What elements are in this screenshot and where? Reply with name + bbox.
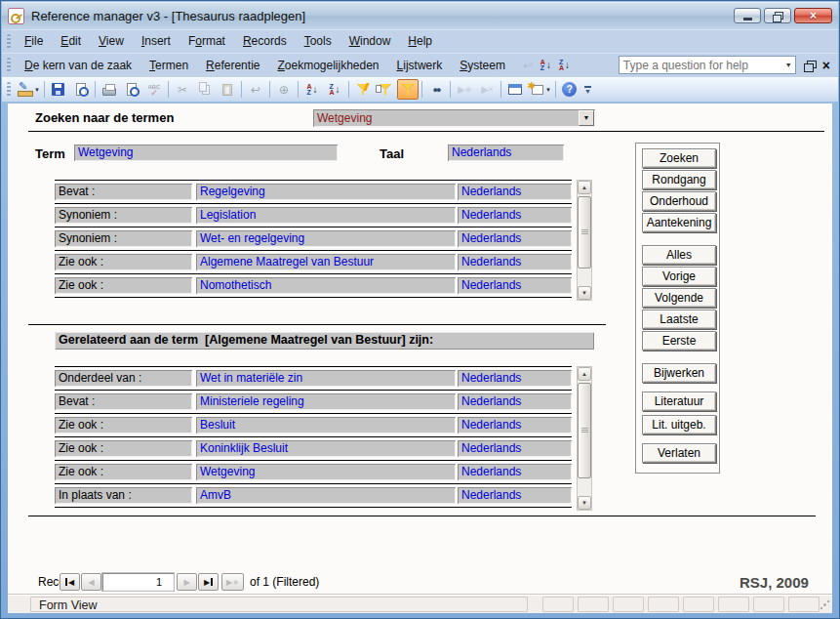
menu-item[interactable]: Format <box>180 30 234 52</box>
menu-item[interactable]: Tools <box>296 30 340 52</box>
language-field[interactable]: Nederlands <box>458 184 572 200</box>
sort-descending-icon[interactable]: ZA ↓ <box>559 60 570 71</box>
relation-type-field[interactable]: Zie ook : <box>55 254 192 270</box>
language-field[interactable]: Nederlands <box>458 464 572 480</box>
toolbar-drag-handle[interactable] <box>7 82 11 97</box>
relation-type-field[interactable]: Zie ook : <box>55 277 192 294</box>
close-button[interactable]: × <box>794 8 832 23</box>
language-field[interactable]: Nederlands <box>458 487 572 504</box>
menu-item[interactable]: Edit <box>52 30 90 52</box>
relation-type-field[interactable]: In plaats van : <box>55 487 192 504</box>
button-bijwerken[interactable]: Bijwerken <box>642 363 716 383</box>
new-object-button[interactable]: ∗ ▼ <box>527 79 552 100</box>
language-field[interactable]: Nederlands <box>458 277 572 294</box>
button-verlaten[interactable]: Verlaten <box>642 443 716 463</box>
last-record-button[interactable]: ▶ <box>198 573 219 591</box>
scroll-up-button[interactable]: ▲ <box>578 367 591 381</box>
term-search-combobox[interactable]: Wetgeving ▼ <box>313 109 595 127</box>
related-term-field[interactable]: Ministeriele regeling <box>196 393 456 410</box>
file-search-button[interactable] <box>70 79 92 100</box>
language-field[interactable]: Nederlands <box>458 417 572 433</box>
print-preview-button[interactable] <box>121 79 142 100</box>
design-view-button[interactable]: ✎ ▼ <box>17 79 41 100</box>
mdi-close-button[interactable]: × <box>822 61 830 70</box>
filter-by-form-button[interactable] <box>375 79 396 100</box>
print-button[interactable] <box>99 79 120 100</box>
help-button[interactable]: ? <box>559 79 580 100</box>
minimize-button[interactable] <box>734 8 761 23</box>
toolbar-options-button[interactable]: ▼ <box>584 86 591 94</box>
current-record-input[interactable] <box>102 573 174 591</box>
toolbar-drag-handle[interactable] <box>7 58 11 72</box>
relation-type-field[interactable]: Synoniem : <box>55 230 192 247</box>
filter-by-selection-button[interactable] <box>352 79 374 100</box>
menu-item[interactable]: Zoekmogelijkheden <box>268 55 387 76</box>
button-laatste[interactable]: Laatste <box>642 310 716 329</box>
relation-type-field[interactable]: Zie ook : <box>55 417 192 433</box>
relation-type-field[interactable]: Zie ook : <box>55 440 192 457</box>
language-field[interactable]: Nederlands <box>458 370 572 387</box>
menu-item[interactable]: Termen <box>140 55 197 76</box>
button-zoeken[interactable]: Zoeken <box>642 148 716 168</box>
help-search-input[interactable] <box>620 58 782 72</box>
menu-item[interactable]: Help <box>399 30 441 52</box>
database-window-button[interactable] <box>504 79 526 100</box>
button-alles[interactable]: Alles <box>642 245 716 265</box>
related-term-field[interactable]: Nomothetisch <box>196 277 456 294</box>
menu-item[interactable]: Systeem <box>451 55 514 76</box>
language-field[interactable]: Nederlands <box>458 230 572 247</box>
relation-type-field[interactable]: Synoniem : <box>55 207 192 224</box>
relation-type-field[interactable]: Zie ook : <box>55 464 192 480</box>
menu-item[interactable]: Referentie <box>197 55 268 76</box>
language-field[interactable]: Nederlands <box>458 440 572 457</box>
menu-item[interactable]: Insert <box>133 30 180 52</box>
relation-type-field[interactable]: Onderdeel van : <box>55 370 192 387</box>
related-term-field[interactable]: Wet- en regelgeving <box>196 230 456 247</box>
save-button[interactable] <box>48 79 69 100</box>
menu-item[interactable]: File <box>16 30 52 52</box>
help-dropdown-icon[interactable]: ▼ <box>782 62 795 68</box>
scrollbar-thumb[interactable] <box>578 196 591 268</box>
scroll-up-button[interactable]: ▲ <box>578 181 591 194</box>
button-eerste[interactable]: Eerste <box>642 331 716 351</box>
scroll-down-button[interactable]: ▼ <box>578 286 591 300</box>
apply-filter-button[interactable] <box>397 79 419 100</box>
menu-item[interactable]: De kern van de zaak <box>16 55 140 76</box>
scrollbar-thumb[interactable] <box>578 383 591 478</box>
find-button[interactable]: ●● <box>425 79 447 100</box>
related-term-field[interactable]: Legislation <box>196 207 456 224</box>
menu-item[interactable]: View <box>90 30 133 52</box>
language-field[interactable]: Nederlands <box>458 207 572 224</box>
language-field[interactable]: Nederlands <box>458 254 572 270</box>
button-aantekening[interactable]: Aantekening <box>642 213 716 232</box>
relation-type-field[interactable]: Bevat : <box>55 184 192 200</box>
menu-item[interactable]: Lijstwerk <box>388 55 452 76</box>
combo-dropdown-button[interactable]: ▼ <box>579 110 594 126</box>
related-term-field[interactable]: Wet in materiële zin <box>196 370 456 387</box>
taal-field[interactable]: Nederlands <box>448 144 564 161</box>
toolbar-drag-handle[interactable] <box>7 34 11 49</box>
button-volgende[interactable]: Volgende <box>642 288 716 308</box>
relation-type-field[interactable]: Bevat : <box>55 393 192 410</box>
sort-descending-button[interactable]: ZA ↓ <box>324 79 345 100</box>
button-lit-uitgeb[interactable]: Lit. uitgeb. <box>642 415 716 434</box>
related-term-field[interactable]: Besluit <box>196 417 456 433</box>
scroll-down-button[interactable]: ▼ <box>578 496 591 510</box>
related-term-field[interactable]: Regelgeving <box>196 184 456 200</box>
related-term-field[interactable]: Wetgeving <box>196 464 456 480</box>
menu-item[interactable]: Window <box>340 30 400 52</box>
first-record-button[interactable]: ◀ <box>60 573 80 591</box>
resize-grip[interactable] <box>820 599 830 610</box>
related-term-field[interactable]: AmvB <box>196 487 456 504</box>
button-literatuur[interactable]: Literatuur <box>642 392 716 411</box>
term-field[interactable]: Wetgeving <box>74 144 338 161</box>
related-term-field[interactable]: Koninklijk Besluit <box>196 440 456 457</box>
sort-ascending-button[interactable]: AZ ↓ <box>301 79 323 100</box>
button-rondgang[interactable]: Rondgang <box>642 170 716 189</box>
menu-item[interactable]: Records <box>234 30 296 52</box>
related-term-field[interactable]: Algemene Maatregel van Bestuur <box>196 254 456 270</box>
sort-ascending-icon[interactable]: AZ ↓ <box>540 60 551 71</box>
mdi-restore-button[interactable] <box>804 61 815 70</box>
restore-button[interactable] <box>764 8 791 23</box>
language-field[interactable]: Nederlands <box>458 393 572 410</box>
